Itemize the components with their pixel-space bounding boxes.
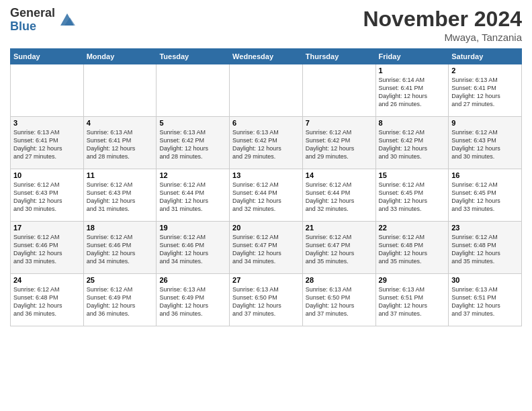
day-info: Sunrise: 6:12 AM Sunset: 6:44 PM Dayligh… — [159, 181, 226, 214]
day-info: Sunrise: 6:12 AM Sunset: 6:48 PM Dayligh… — [379, 233, 446, 266]
day-number: 30 — [451, 276, 519, 284]
logo-blue-text: Blue — [10, 20, 55, 34]
day-number: 2 — [451, 66, 519, 75]
day-number: 21 — [306, 224, 373, 232]
logo-general-text: General — [10, 7, 55, 20]
calendar-cell — [157, 64, 230, 117]
calendar-cell: 9Sunrise: 6:12 AM Sunset: 6:43 PM Daylig… — [449, 117, 522, 169]
calendar-cell: 18Sunrise: 6:12 AM Sunset: 6:46 PM Dayli… — [83, 222, 157, 274]
day-info: Sunrise: 6:12 AM Sunset: 6:47 PM Dayligh… — [306, 233, 373, 266]
day-info: Sunrise: 6:13 AM Sunset: 6:41 PM Dayligh… — [451, 76, 519, 109]
day-info: Sunrise: 6:13 AM Sunset: 6:50 PM Dayligh… — [232, 285, 300, 318]
day-number: 7 — [306, 119, 373, 127]
calendar-cell: 22Sunrise: 6:12 AM Sunset: 6:48 PM Dayli… — [375, 222, 449, 274]
calendar-cell — [11, 64, 84, 117]
day-info: Sunrise: 6:13 AM Sunset: 6:49 PM Dayligh… — [159, 285, 226, 318]
day-number: 20 — [232, 224, 300, 232]
day-info: Sunrise: 6:12 AM Sunset: 6:46 PM Dayligh… — [87, 233, 154, 266]
day-info: Sunrise: 6:12 AM Sunset: 6:45 PM Dayligh… — [379, 181, 446, 214]
header: General Blue November 2024 Mwaya, Tanzan… — [10, 7, 522, 43]
day-number: 15 — [379, 171, 446, 179]
day-info: Sunrise: 6:13 AM Sunset: 6:41 PM Dayligh… — [87, 128, 154, 161]
day-number: 23 — [451, 224, 519, 232]
day-info: Sunrise: 6:12 AM Sunset: 6:46 PM Dayligh… — [13, 233, 81, 266]
calendar-cell: 25Sunrise: 6:12 AM Sunset: 6:49 PM Dayli… — [83, 274, 157, 326]
day-number: 1 — [379, 66, 446, 75]
day-number: 8 — [379, 119, 446, 127]
day-number: 13 — [232, 171, 300, 179]
page-container: General Blue November 2024 Mwaya, Tanzan… — [0, 0, 532, 330]
calendar-cell — [230, 64, 303, 117]
calendar-cell: 11Sunrise: 6:12 AM Sunset: 6:43 PM Dayli… — [83, 169, 157, 222]
day-info: Sunrise: 6:12 AM Sunset: 6:43 PM Dayligh… — [13, 181, 81, 214]
calendar-cell: 5Sunrise: 6:13 AM Sunset: 6:42 PM Daylig… — [157, 117, 230, 169]
header-wednesday: Wednesday — [230, 49, 303, 64]
day-number: 3 — [13, 119, 81, 127]
day-number: 17 — [13, 224, 81, 232]
header-tuesday: Tuesday — [157, 49, 230, 64]
calendar-cell: 24Sunrise: 6:12 AM Sunset: 6:48 PM Dayli… — [11, 274, 84, 326]
header-row: Sunday Monday Tuesday Wednesday Thursday… — [11, 49, 522, 64]
day-number: 9 — [451, 119, 519, 127]
header-monday: Monday — [83, 49, 157, 64]
day-info: Sunrise: 6:13 AM Sunset: 6:42 PM Dayligh… — [159, 128, 226, 161]
day-info: Sunrise: 6:12 AM Sunset: 6:44 PM Dayligh… — [306, 181, 373, 214]
day-number: 10 — [13, 171, 81, 179]
location-title: Mwaya, Tanzania — [363, 32, 522, 43]
calendar-cell: 14Sunrise: 6:12 AM Sunset: 6:44 PM Dayli… — [302, 169, 375, 222]
calendar-cell — [83, 64, 157, 117]
week-row-3: 10Sunrise: 6:12 AM Sunset: 6:43 PM Dayli… — [11, 169, 522, 222]
day-info: Sunrise: 6:13 AM Sunset: 6:51 PM Dayligh… — [379, 285, 446, 318]
day-number: 22 — [379, 224, 446, 232]
day-info: Sunrise: 6:12 AM Sunset: 6:47 PM Dayligh… — [232, 233, 300, 266]
calendar-cell: 6Sunrise: 6:13 AM Sunset: 6:42 PM Daylig… — [230, 117, 303, 169]
calendar-cell: 21Sunrise: 6:12 AM Sunset: 6:47 PM Dayli… — [302, 222, 375, 274]
day-number: 5 — [159, 119, 226, 127]
day-info: Sunrise: 6:13 AM Sunset: 6:41 PM Dayligh… — [13, 128, 81, 161]
header-saturday: Saturday — [449, 49, 522, 64]
header-friday: Friday — [375, 49, 449, 64]
day-number: 12 — [159, 171, 226, 179]
calendar-cell: 29Sunrise: 6:13 AM Sunset: 6:51 PM Dayli… — [375, 274, 449, 326]
day-info: Sunrise: 6:12 AM Sunset: 6:48 PM Dayligh… — [451, 233, 519, 266]
day-number: 11 — [87, 171, 154, 179]
calendar-cell: 26Sunrise: 6:13 AM Sunset: 6:49 PM Dayli… — [157, 274, 230, 326]
week-row-5: 24Sunrise: 6:12 AM Sunset: 6:48 PM Dayli… — [11, 274, 522, 326]
day-number: 6 — [232, 119, 300, 127]
calendar-cell: 10Sunrise: 6:12 AM Sunset: 6:43 PM Dayli… — [11, 169, 84, 222]
logo: General Blue — [10, 7, 77, 34]
day-number: 18 — [87, 224, 154, 232]
day-info: Sunrise: 6:12 AM Sunset: 6:44 PM Dayligh… — [232, 181, 300, 214]
month-title: November 2024 — [363, 7, 522, 32]
day-info: Sunrise: 6:13 AM Sunset: 6:51 PM Dayligh… — [451, 285, 519, 318]
calendar-cell: 1Sunrise: 6:14 AM Sunset: 6:41 PM Daylig… — [375, 64, 449, 117]
day-info: Sunrise: 6:12 AM Sunset: 6:42 PM Dayligh… — [306, 128, 373, 161]
day-number: 14 — [306, 171, 373, 179]
day-number: 29 — [379, 276, 446, 284]
calendar-table: Sunday Monday Tuesday Wednesday Thursday… — [10, 48, 522, 326]
calendar-cell: 13Sunrise: 6:12 AM Sunset: 6:44 PM Dayli… — [230, 169, 303, 222]
day-number: 25 — [87, 276, 154, 284]
calendar-cell: 3Sunrise: 6:13 AM Sunset: 6:41 PM Daylig… — [11, 117, 84, 169]
calendar-cell: 23Sunrise: 6:12 AM Sunset: 6:48 PM Dayli… — [449, 222, 522, 274]
calendar-cell: 7Sunrise: 6:12 AM Sunset: 6:42 PM Daylig… — [302, 117, 375, 169]
day-info: Sunrise: 6:12 AM Sunset: 6:48 PM Dayligh… — [13, 285, 81, 318]
header-thursday: Thursday — [302, 49, 375, 64]
day-info: Sunrise: 6:14 AM Sunset: 6:41 PM Dayligh… — [379, 76, 446, 109]
calendar-cell: 2Sunrise: 6:13 AM Sunset: 6:41 PM Daylig… — [449, 64, 522, 117]
day-number: 16 — [451, 171, 519, 179]
logo-icon — [58, 11, 77, 30]
day-info: Sunrise: 6:12 AM Sunset: 6:43 PM Dayligh… — [87, 181, 154, 214]
day-number: 4 — [87, 119, 154, 127]
calendar-cell: 19Sunrise: 6:12 AM Sunset: 6:46 PM Dayli… — [157, 222, 230, 274]
calendar-cell: 17Sunrise: 6:12 AM Sunset: 6:46 PM Dayli… — [11, 222, 84, 274]
day-info: Sunrise: 6:13 AM Sunset: 6:50 PM Dayligh… — [306, 285, 373, 318]
calendar-cell: 15Sunrise: 6:12 AM Sunset: 6:45 PM Dayli… — [375, 169, 449, 222]
week-row-1: 1Sunrise: 6:14 AM Sunset: 6:41 PM Daylig… — [11, 64, 522, 117]
day-number: 26 — [159, 276, 226, 284]
calendar-cell: 27Sunrise: 6:13 AM Sunset: 6:50 PM Dayli… — [230, 274, 303, 326]
day-number: 27 — [232, 276, 300, 284]
calendar-cell — [302, 64, 375, 117]
calendar-cell: 28Sunrise: 6:13 AM Sunset: 6:50 PM Dayli… — [302, 274, 375, 326]
calendar-cell: 8Sunrise: 6:12 AM Sunset: 6:42 PM Daylig… — [375, 117, 449, 169]
